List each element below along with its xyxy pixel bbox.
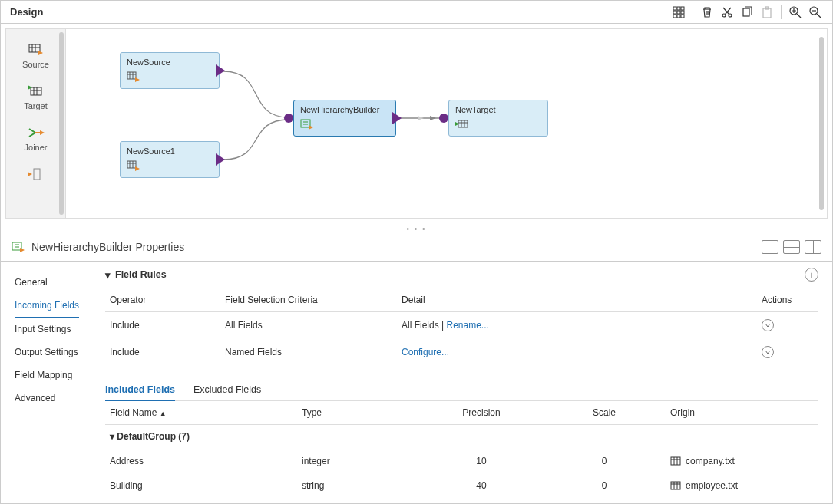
nav-general[interactable]: General xyxy=(15,271,98,294)
zoom-in-icon[interactable] xyxy=(788,5,803,20)
node-label: NewSource xyxy=(127,58,213,67)
rule-action-menu[interactable] xyxy=(762,346,774,358)
output-port[interactable] xyxy=(216,64,226,77)
grid-icon[interactable] xyxy=(671,5,686,20)
col-scale[interactable]: Scale xyxy=(543,401,666,425)
mapping-canvas[interactable]: NewSource NewSource1 NewHierarchyBuilder… xyxy=(66,29,827,218)
joiner-icon xyxy=(28,126,45,140)
rule-detail: Configure... xyxy=(397,339,757,366)
svg-rect-26 xyxy=(671,457,680,465)
hierarchy-builder-icon xyxy=(12,242,25,252)
field-row: CompanyName string 18 0 company.txt xyxy=(105,498,818,504)
sort-asc-icon: ▲ xyxy=(160,410,167,417)
palette-label: Joiner xyxy=(25,143,48,152)
rule-criteria: Named Fields xyxy=(220,339,397,366)
hierarchy-builder-icon xyxy=(300,119,314,130)
svg-rect-17 xyxy=(31,87,41,95)
rename-link[interactable]: Rename... xyxy=(446,320,488,331)
col-origin[interactable]: Origin xyxy=(666,401,818,425)
toolbar-separator xyxy=(693,5,693,19)
section-title-label: Field Rules xyxy=(115,269,167,280)
collapse-icon[interactable]: ▾ xyxy=(105,269,111,281)
rule-action-menu[interactable] xyxy=(762,319,774,331)
rule-criteria: All Fields xyxy=(220,312,397,339)
palette-joiner[interactable]: Joiner xyxy=(6,120,65,161)
svg-rect-4 xyxy=(677,11,680,14)
node-newtarget[interactable]: NewTarget xyxy=(448,100,548,137)
field-precision: 18 xyxy=(420,498,543,504)
more-icon xyxy=(28,167,45,181)
output-port[interactable] xyxy=(216,153,226,166)
rule-operator: Include xyxy=(105,339,220,366)
svg-rect-24 xyxy=(458,120,468,127)
field-row: Address integer 10 0 company.txt xyxy=(105,449,818,473)
node-label: NewTarget xyxy=(455,105,541,114)
svg-rect-27 xyxy=(671,482,680,489)
col-actions: Actions xyxy=(757,288,818,312)
trash-icon[interactable] xyxy=(699,5,715,20)
svg-rect-21 xyxy=(127,72,136,79)
node-newhierarchybuilder[interactable]: NewHierarchyBuilder xyxy=(293,100,396,137)
nav-output-settings[interactable]: Output Settings xyxy=(15,341,98,364)
field-type: string xyxy=(297,498,420,504)
canvas-scrollbar[interactable] xyxy=(819,37,824,210)
nav-advanced[interactable]: Advanced xyxy=(15,387,98,410)
svg-rect-1 xyxy=(677,7,680,10)
layout-horizontal-split-button[interactable] xyxy=(783,240,800,254)
copy-icon[interactable] xyxy=(739,5,755,20)
palette-source[interactable]: Source xyxy=(6,37,65,78)
nav-incoming-fields[interactable]: Incoming Fields xyxy=(15,294,79,318)
field-precision: 10 xyxy=(420,449,543,473)
paste-icon xyxy=(759,5,775,20)
svg-point-10 xyxy=(729,14,732,17)
properties-header: NewHierarchyBuilder Properties xyxy=(1,234,832,261)
field-name: CompanyName xyxy=(105,498,297,504)
svg-rect-5 xyxy=(681,11,684,14)
svg-rect-11 xyxy=(743,8,749,16)
svg-rect-0 xyxy=(673,7,676,10)
rule-detail: All Fields | Rename... xyxy=(397,312,757,339)
design-header: Design xyxy=(1,1,832,24)
svg-point-20 xyxy=(439,114,448,123)
cut-icon[interactable] xyxy=(719,5,735,20)
target-icon xyxy=(28,84,45,98)
panel-splitter[interactable]: • • • xyxy=(1,223,832,234)
palette-target[interactable]: Target xyxy=(6,78,65,120)
rule-row: Include All Fields All Fields | Rename..… xyxy=(105,312,818,339)
field-precision: 40 xyxy=(420,473,543,498)
field-type: string xyxy=(297,473,420,498)
svg-rect-7 xyxy=(677,15,680,18)
tab-included-fields[interactable]: Included Fields xyxy=(105,380,175,401)
node-newsource[interactable]: NewSource xyxy=(120,52,220,89)
properties-content: ▾ Field Rules + Operator Field Selection… xyxy=(98,262,832,504)
field-type: integer xyxy=(297,449,420,473)
layout-vertical-split-button[interactable] xyxy=(805,240,821,254)
nav-input-settings[interactable]: Input Settings xyxy=(15,318,98,341)
col-detail: Detail xyxy=(397,288,757,312)
palette-scrollbar[interactable] xyxy=(59,32,64,215)
col-type[interactable]: Type xyxy=(297,401,420,425)
field-scale: 0 xyxy=(543,498,666,504)
col-criteria: Field Selection Criteria xyxy=(220,288,397,312)
output-port[interactable] xyxy=(392,112,403,124)
node-label: NewHierarchyBuilder xyxy=(300,105,389,114)
field-rules-table: Operator Field Selection Criteria Detail… xyxy=(105,288,818,366)
add-rule-button[interactable]: + xyxy=(805,268,818,282)
collapse-icon[interactable]: ▾ xyxy=(110,431,114,442)
properties-nav: General Incoming Fields Input Settings O… xyxy=(7,262,98,504)
node-newsource1[interactable]: NewSource1 xyxy=(120,141,220,178)
source-icon xyxy=(28,43,45,57)
field-group-row[interactable]: ▾ DefaultGroup (7) xyxy=(105,425,818,450)
nav-field-mapping[interactable]: Field Mapping xyxy=(15,364,98,387)
configure-link[interactable]: Configure... xyxy=(402,347,449,357)
zoom-out-icon[interactable] xyxy=(808,5,823,20)
col-field-name[interactable]: Field Name ▲ xyxy=(105,401,297,425)
tab-excluded-fields[interactable]: Excluded Fields xyxy=(193,380,261,400)
rule-operator: Include xyxy=(105,312,220,339)
svg-rect-2 xyxy=(681,7,684,10)
properties-title: NewHierarchyBuilder Properties xyxy=(31,241,184,253)
col-precision[interactable]: Precision xyxy=(420,401,543,425)
source-icon xyxy=(127,160,140,171)
layout-single-button[interactable] xyxy=(762,240,778,254)
palette-more[interactable] xyxy=(6,161,65,190)
